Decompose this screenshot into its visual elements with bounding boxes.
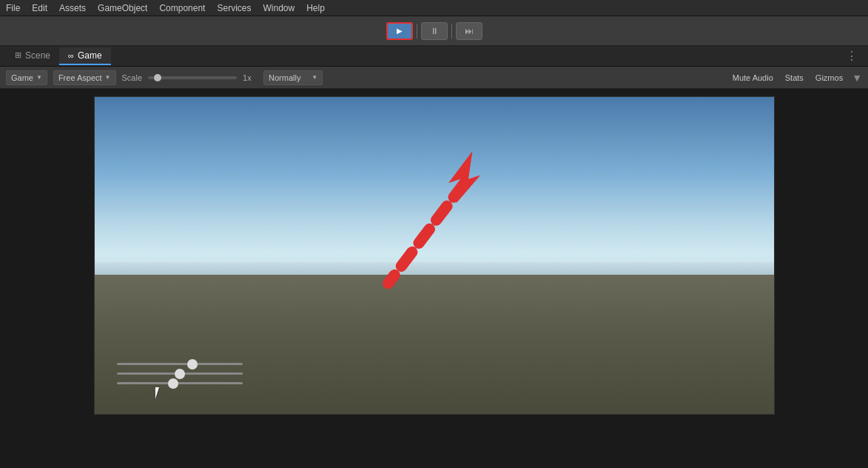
- menu-gameobject[interactable]: GameObject: [98, 3, 147, 13]
- play-icon: ▶: [397, 27, 403, 35]
- scene-tab-icon: ⊞: [15, 50, 21, 60]
- toolbar-separator: [417, 24, 417, 39]
- menu-edit[interactable]: Edit: [32, 3, 47, 13]
- slider-track-2[interactable]: [117, 372, 243, 375]
- scale-label: Scale: [122, 73, 143, 82]
- sliders-overlay: [117, 363, 243, 384]
- play-button[interactable]: ▶: [386, 22, 413, 40]
- tab-more-button[interactable]: ⋮: [841, 49, 862, 63]
- slider-track-1[interactable]: [117, 363, 243, 365]
- game-dropdown-label: Game: [11, 73, 33, 82]
- slider-handle-2: [175, 369, 185, 379]
- game-tab-icon: ∞: [68, 51, 74, 60]
- slider-row-3: [117, 382, 243, 384]
- controls-bar: Game ▼ Free Aspect ▼ Scale 1x Normally ▼…: [0, 67, 868, 89]
- scale-slider[interactable]: [148, 76, 237, 79]
- menu-bar: File Edit Assets GameObject Component Se…: [0, 0, 868, 16]
- scale-value: 1x: [243, 73, 258, 82]
- step-button[interactable]: ⏭: [456, 22, 482, 40]
- normally-dropdown[interactable]: Normally ▼: [263, 70, 323, 85]
- tab-scene[interactable]: ⊞ Scene: [6, 47, 59, 65]
- aspect-dropdown-label: Free Aspect: [58, 73, 102, 82]
- menu-file[interactable]: File: [6, 3, 20, 13]
- step-icon: ⏭: [465, 26, 474, 36]
- gizmos-button[interactable]: Gizmos: [813, 72, 846, 84]
- tab-bar: ⊞ Scene ∞ Game ⋮: [0, 46, 868, 67]
- slider-track-3[interactable]: [117, 382, 243, 384]
- toolbar-separator2: [451, 24, 452, 39]
- tab-game[interactable]: ∞ Game: [59, 47, 111, 65]
- toolbar: ▶ ⏸ ⏭: [0, 16, 868, 46]
- stats-button[interactable]: Stats: [782, 72, 807, 84]
- game-dropdown-arrow: ▼: [36, 74, 42, 81]
- viewport-wrapper: [0, 89, 868, 468]
- menu-services[interactable]: Services: [217, 3, 251, 13]
- ground-layer: [95, 275, 774, 414]
- menu-assets[interactable]: Assets: [59, 3, 86, 13]
- pause-button[interactable]: ⏸: [421, 22, 448, 40]
- scene-tab-label: Scene: [25, 50, 50, 61]
- normally-arrow: ▼: [312, 74, 317, 81]
- normally-label: Normally: [269, 73, 300, 82]
- sky-layer: [95, 97, 774, 281]
- game-viewport: [94, 96, 775, 415]
- menu-component[interactable]: Component: [159, 3, 205, 13]
- menu-window[interactable]: Window: [263, 3, 295, 13]
- play-controls: ▶ ⏸ ⏭: [386, 22, 482, 40]
- mute-audio-button[interactable]: Mute Audio: [730, 72, 776, 84]
- aspect-dropdown[interactable]: Free Aspect ▼: [53, 70, 116, 85]
- menu-help[interactable]: Help: [306, 3, 325, 13]
- pause-icon: ⏸: [430, 26, 439, 36]
- gizmos-dropdown-arrow[interactable]: ▼: [852, 72, 862, 84]
- slider-handle-3: [168, 378, 178, 389]
- aspect-dropdown-arrow: ▼: [105, 74, 111, 81]
- game-tab-label: Game: [78, 50, 102, 61]
- slider-handle-1: [187, 359, 198, 370]
- slider-row-2: [117, 372, 243, 375]
- scale-thumb: [154, 74, 161, 81]
- game-dropdown[interactable]: Game ▼: [6, 70, 47, 85]
- slider-row-1: [117, 363, 243, 365]
